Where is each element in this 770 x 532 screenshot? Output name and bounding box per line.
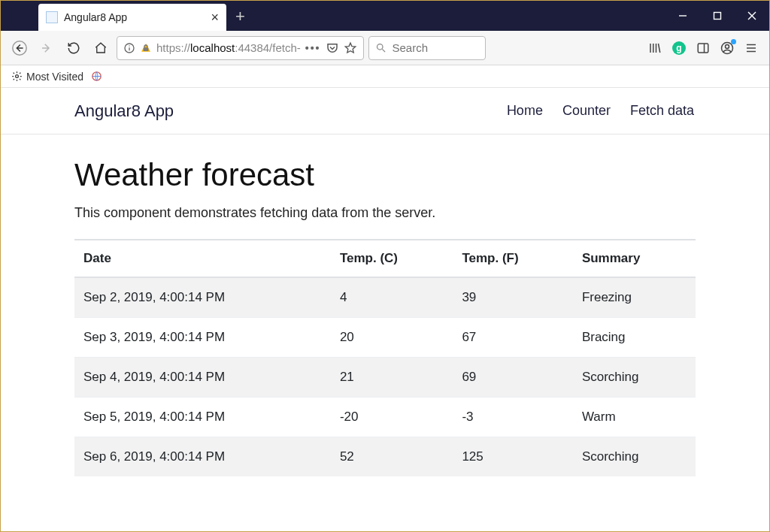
window-maximize-button[interactable] [700,1,735,31]
page-actions-icon[interactable]: ••• [305,42,321,54]
page-content: Angular8 App Home Counter Fetch data Wea… [1,88,769,476]
gear-icon [11,71,23,82]
svg-rect-1 [714,13,721,20]
hamburger-menu-icon[interactable] [744,41,759,56]
sidebar-icon[interactable] [696,41,711,56]
cell-date: Sep 6, 2019, 4:00:14 PM [74,437,331,477]
site-info-icon[interactable] [123,42,135,54]
search-input[interactable] [391,41,479,55]
bookmark-item[interactable] [91,71,102,82]
app-brand[interactable]: Angular8 App [74,101,174,121]
svg-line-14 [659,44,660,53]
window-titlebar: Angular8 App × + [1,1,769,31]
col-summary: Summary [573,240,696,277]
search-bar[interactable] [368,36,486,60]
pocket-icon[interactable] [326,41,339,55]
new-tab-button[interactable]: + [235,7,245,26]
window-controls [665,1,769,31]
browser-tab[interactable]: Angular8 App × [38,4,226,31]
library-icon[interactable] [647,41,662,56]
cell-temp-c: 20 [331,318,453,358]
cell-summary: Bracing [573,318,696,358]
svg-point-18 [726,44,729,48]
address-bar[interactable]: https://localhost:44384/fetch- ••• [117,36,364,60]
bookmarks-bar: Most Visited [1,65,769,88]
forecast-table: Date Temp. (C) Temp. (F) Summary Sep 2, … [74,239,696,476]
nav-fetch-data[interactable]: Fetch data [630,103,694,119]
svg-point-7 [129,45,129,46]
svg-point-22 [16,75,19,78]
back-button[interactable] [8,37,31,59]
svg-rect-8 [144,47,149,51]
cell-temp-f: 125 [453,437,572,477]
svg-line-10 [382,49,385,52]
grammarly-extension-icon[interactable]: g [671,41,687,56]
bookmark-label: Most Visited [26,71,83,83]
cell-summary: Warm [573,397,696,437]
window-close-button[interactable] [735,1,769,31]
home-button[interactable] [89,37,112,59]
cell-date: Sep 3, 2019, 4:00:14 PM [74,318,331,358]
table-row: Sep 4, 2019, 4:00:14 PM 21 69 Scorching [74,358,696,397]
cell-temp-c: 4 [331,277,453,318]
globe-icon [91,71,102,82]
cell-date: Sep 4, 2019, 4:00:14 PM [74,358,331,397]
bookmark-star-icon[interactable] [344,41,357,55]
page-lead: This component demonstrates fetching dat… [74,205,696,221]
cell-temp-f: 69 [453,358,572,397]
reload-button[interactable] [62,37,85,59]
col-temp-f: Temp. (F) [453,240,572,277]
cell-summary: Scorching [573,358,696,397]
col-temp-c: Temp. (C) [331,240,453,277]
cell-temp-c: -20 [331,397,453,437]
cell-date: Sep 5, 2019, 4:00:14 PM [74,397,331,437]
page-title: Weather forecast [74,157,696,193]
account-icon[interactable] [720,41,735,56]
col-date: Date [74,240,331,277]
table-row: Sep 3, 2019, 4:00:14 PM 20 67 Bracing [74,318,696,358]
content-area: Weather forecast This component demonstr… [1,135,769,476]
cell-temp-f: -3 [453,397,572,437]
mixed-content-warning-icon[interactable] [140,42,152,54]
table-row: Sep 2, 2019, 4:00:14 PM 4 39 Freezing [74,277,696,318]
cell-summary: Scorching [573,437,696,477]
cell-temp-c: 21 [331,358,453,397]
app-nav-links: Home Counter Fetch data [507,103,769,119]
search-icon [375,42,387,53]
forward-button[interactable] [35,37,58,59]
cell-temp-f: 67 [453,318,572,358]
table-row: Sep 6, 2019, 4:00:14 PM 52 125 Scorching [74,437,696,477]
app-navbar: Angular8 App Home Counter Fetch data [1,88,769,135]
bookmark-most-visited[interactable]: Most Visited [11,71,83,83]
tab-close-icon[interactable]: × [211,11,219,24]
nav-home[interactable]: Home [507,103,543,119]
toolbar-right-icons: g [647,41,762,56]
table-row: Sep 5, 2019, 4:00:14 PM -20 -3 Warm [74,397,696,437]
cell-summary: Freezing [573,277,696,318]
window-minimize-button[interactable] [665,1,700,31]
table-header-row: Date Temp. (C) Temp. (F) Summary [74,240,696,277]
cell-temp-f: 39 [453,277,572,318]
nav-counter[interactable]: Counter [562,103,611,119]
cell-temp-c: 52 [331,437,453,477]
url-text: https://localhost:44384/fetch- [156,41,301,54]
browser-toolbar: https://localhost:44384/fetch- ••• g [1,31,769,65]
cell-date: Sep 2, 2019, 4:00:14 PM [74,277,331,318]
svg-point-9 [377,44,383,50]
svg-rect-15 [698,44,708,53]
tab-title: Angular8 App [64,11,205,23]
tab-favicon [46,11,58,23]
